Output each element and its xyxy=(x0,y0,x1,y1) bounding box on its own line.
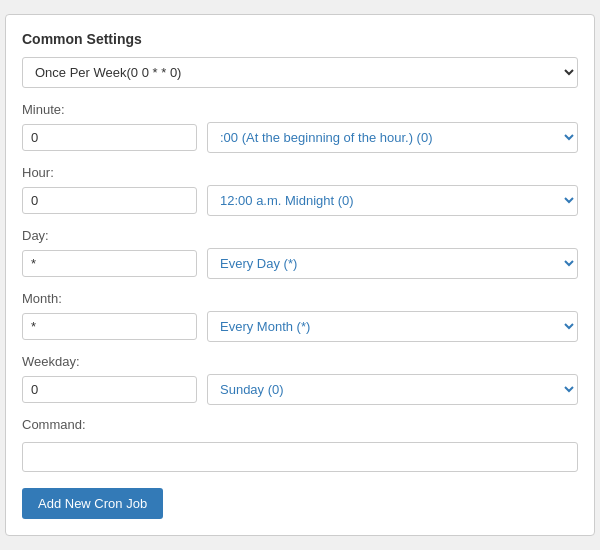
minute-row: :00 (At the beginning of the hour.) (0) xyxy=(22,122,578,153)
weekday-input[interactable] xyxy=(22,376,197,403)
hour-input[interactable] xyxy=(22,187,197,214)
weekday-row: Sunday (0) xyxy=(22,374,578,405)
hour-label: Hour: xyxy=(22,165,578,180)
common-preset-select[interactable]: Once Per Week(0 0 * * 0) xyxy=(22,57,578,88)
day-input[interactable] xyxy=(22,250,197,277)
hour-row: 12:00 a.m. Midnight (0) xyxy=(22,185,578,216)
month-label: Month: xyxy=(22,291,578,306)
command-label: Command: xyxy=(22,417,578,432)
minute-input[interactable] xyxy=(22,124,197,151)
section-title: Common Settings xyxy=(22,31,578,47)
day-label: Day: xyxy=(22,228,578,243)
minute-select[interactable]: :00 (At the beginning of the hour.) (0) xyxy=(207,122,578,153)
month-select[interactable]: Every Month (*) xyxy=(207,311,578,342)
minute-label: Minute: xyxy=(22,102,578,117)
hour-select[interactable]: 12:00 a.m. Midnight (0) xyxy=(207,185,578,216)
add-cron-job-button[interactable]: Add New Cron Job xyxy=(22,488,163,519)
day-row: Every Day (*) xyxy=(22,248,578,279)
command-group: Command: xyxy=(22,417,578,472)
minute-group: Minute: :00 (At the beginning of the hou… xyxy=(22,102,578,153)
hour-group: Hour: 12:00 a.m. Midnight (0) xyxy=(22,165,578,216)
cron-settings-panel: Common Settings Once Per Week(0 0 * * 0)… xyxy=(5,14,595,536)
month-group: Month: Every Month (*) xyxy=(22,291,578,342)
weekday-select[interactable]: Sunday (0) xyxy=(207,374,578,405)
weekday-group: Weekday: Sunday (0) xyxy=(22,354,578,405)
weekday-label: Weekday: xyxy=(22,354,578,369)
month-row: Every Month (*) xyxy=(22,311,578,342)
command-input[interactable] xyxy=(22,442,578,472)
day-select[interactable]: Every Day (*) xyxy=(207,248,578,279)
day-group: Day: Every Day (*) xyxy=(22,228,578,279)
month-input[interactable] xyxy=(22,313,197,340)
